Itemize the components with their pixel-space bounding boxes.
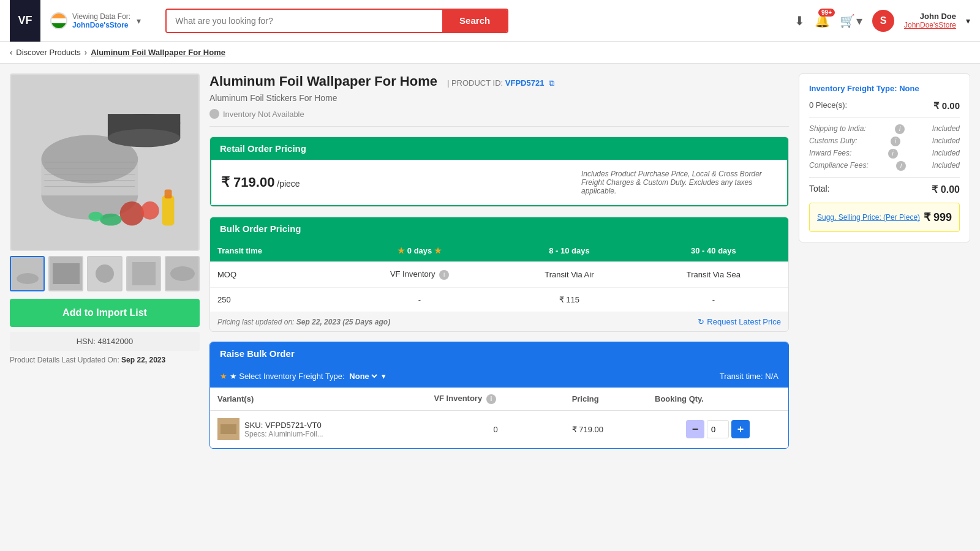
product-id-section: | PRODUCT ID: VFPD5721 ⧉	[447, 78, 554, 88]
breadcrumb-separator: ›	[85, 48, 87, 57]
search-bar: Search	[165, 9, 508, 33]
product-title-row: Aluminum Foil Wallpaper For Home | PRODU…	[209, 73, 789, 89]
retail-pricing-body: ₹ 719.00 /piece Includes Product Purchas…	[210, 160, 788, 206]
bulk-pricing-table: Transit time ★ 0 days ★ 8 - 10 days 30 -…	[210, 240, 788, 312]
star-icon-left: ★	[398, 246, 405, 255]
shipping-row: Shipping to India: i Included	[809, 124, 960, 134]
pieces-value: ₹ 0.00	[933, 100, 960, 111]
star-icon-right: ★	[434, 246, 442, 255]
bulk-col-0days: ★ 0 days ★	[339, 240, 500, 262]
inward-row: Inward Fees: i Included	[809, 149, 960, 159]
product-updated: Product Details Last Updated On: Sep 22,…	[10, 356, 200, 364]
variant-thumbnail	[217, 418, 239, 440]
notification-badge: 99+	[818, 9, 835, 17]
main-container: Add to Import List HSN: 48142000 Product…	[0, 64, 980, 459]
search-button[interactable]: Search	[442, 10, 507, 32]
qty-input[interactable]	[707, 420, 729, 438]
compliance-info-icon[interactable]: i	[896, 161, 906, 171]
raise-vfinv-info-icon[interactable]: i	[486, 394, 496, 404]
freight-chevron-icon: ▾	[382, 372, 386, 381]
request-latest-price-button[interactable]: ↻ Request Latest Price	[698, 317, 781, 326]
divider-1	[209, 126, 789, 127]
svg-rect-21	[53, 263, 80, 284]
svg-rect-25	[132, 262, 156, 285]
right-divider-1	[809, 118, 960, 118]
thumbnail-3[interactable]	[87, 256, 122, 291]
compliance-value: Included	[932, 161, 960, 171]
qty-minus-button[interactable]: −	[686, 420, 704, 438]
store-info: Viewing Data For: JohnDoe'sStore	[72, 12, 130, 29]
shipping-label: Shipping to India:	[809, 124, 866, 134]
svg-point-15	[88, 212, 103, 222]
breadcrumb-back-icon[interactable]: ‹	[10, 48, 12, 57]
customs-label: Customs Duty:	[809, 137, 858, 146]
svg-rect-16	[162, 195, 175, 225]
freight-type-select[interactable]: None	[347, 371, 379, 381]
sugg-selling-price-label[interactable]: Sugg. Selling Price: (Per Piece)	[817, 213, 920, 222]
raise-order-row: SKU: VFPD5721-VT0 Specs: Aluminium-Foil.…	[210, 411, 788, 448]
copy-icon[interactable]: ⧉	[549, 78, 554, 88]
pricing-updated-text: Pricing last updated on: Sep 22, 2023 (2…	[217, 318, 390, 326]
product-main-image	[10, 73, 200, 251]
svg-point-14	[100, 214, 122, 226]
qty-plus-button[interactable]: +	[731, 420, 750, 438]
notifications-button[interactable]: 🔔 99+	[815, 13, 830, 28]
variant-sku: SKU: VFPD5721-VT0	[244, 421, 323, 430]
svg-point-11	[108, 129, 180, 148]
product-id-value: VFPD5721	[505, 78, 545, 88]
store-chevron-icon: ▾	[137, 16, 141, 26]
left-panel: Add to Import List HSN: 48142000 Product…	[10, 73, 200, 449]
vfinv-info-icon[interactable]: i	[439, 270, 449, 280]
raise-freight-label: ★ ★ Select Inventory Freight Type: None …	[220, 371, 386, 381]
svg-point-12	[120, 201, 144, 225]
product-id-label: PRODUCT ID:	[451, 78, 503, 88]
bulk-col-8days: 8 - 10 days	[500, 240, 639, 262]
inventory-dot-icon	[209, 109, 219, 119]
cart-button[interactable]: 🛒 ▾	[840, 13, 862, 28]
right-panel: Inventory Freight Type: None 0 Piece(s):…	[799, 73, 970, 449]
add-to-import-button[interactable]: Add to Import List	[10, 299, 200, 327]
svg-point-19	[17, 273, 39, 284]
variant-specs: Specs: Aluminium-Foil...	[244, 430, 323, 438]
shipping-info-icon[interactable]: i	[895, 124, 905, 134]
retail-price-per: /piece	[277, 179, 300, 189]
store-selector[interactable]: Viewing Data For: JohnDoe'sStore ▾	[50, 12, 141, 29]
breadcrumb-parent[interactable]: Discover Products	[16, 48, 80, 57]
right-freight-label: Inventory Freight Type: None	[809, 84, 960, 93]
app-logo: VF	[10, 0, 40, 42]
shipping-value: Included	[932, 124, 960, 134]
bulk-col-transit: Transit time	[210, 240, 339, 262]
customs-info-icon[interactable]: i	[891, 137, 900, 146]
svg-rect-29	[221, 424, 236, 434]
breadcrumb: ‹ Discover Products › Aluminum Foil Wall…	[0, 42, 980, 64]
compliance-row: Compliance Fees: i Included	[809, 161, 960, 171]
bulk-pricing-card: Bulk Order Pricing Transit time ★ 0 days…	[209, 217, 789, 332]
user-store-link[interactable]: JohnDoe'sStore	[904, 21, 956, 29]
thumbnail-5[interactable]	[165, 256, 200, 291]
thumbnail-2[interactable]	[48, 256, 83, 291]
inventory-status: Inventory Not Available	[209, 109, 789, 119]
hsn-code: HSN: 48142000	[10, 332, 200, 351]
download-button[interactable]: ⬇	[794, 13, 805, 28]
raise-price-val: ₹ 719.00	[565, 411, 647, 448]
search-input[interactable]	[167, 10, 442, 32]
product-subtitle: Aluminum Foil Stickers For Home	[209, 93, 789, 103]
retail-price-display: ₹ 719.00 /piece	[221, 174, 300, 190]
inward-info-icon[interactable]: i	[888, 149, 898, 159]
bulk-air-label: Transit Via Air	[500, 262, 639, 288]
thumbnail-1[interactable]	[10, 256, 45, 291]
header: VF Viewing Data For: JohnDoe'sStore ▾ Se…	[0, 0, 980, 42]
center-panel: Aluminum Foil Wallpaper For Home | PRODU…	[209, 73, 789, 449]
cart-chevron-icon: ▾	[856, 13, 862, 28]
right-divider-2	[809, 177, 960, 178]
store-link[interactable]: JohnDoe'sStore	[72, 21, 129, 29]
thumbnail-4[interactable]	[126, 256, 161, 291]
user-avatar: S	[872, 10, 894, 32]
bulk-pricing-header: Bulk Order Pricing	[210, 217, 788, 240]
refresh-icon: ↻	[698, 317, 704, 326]
bulk-air-val: ₹ 115	[500, 288, 639, 312]
svg-point-23	[96, 264, 114, 283]
inward-label: Inward Fees:	[809, 149, 851, 159]
raise-bulk-order-section: Raise Bulk Order ★ ★ Select Inventory Fr…	[209, 342, 789, 449]
cart-icon: 🛒	[840, 13, 855, 28]
